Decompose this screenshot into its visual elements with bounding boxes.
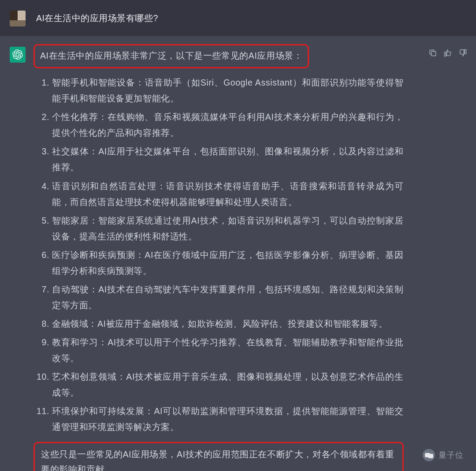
assistant-message-content: AI在生活中的应用场景非常广泛，以下是一些常见的AI应用场景： 智能手机和智能设… [36, 46, 408, 471]
spacer [419, 10, 467, 26]
list-item: 医疗诊断和疾病预测：AI在医疗领域中应用广泛，包括医学影像分析、病理诊断、基因组… [52, 247, 404, 279]
assistant-message-row: AI在生活中的应用场景非常广泛，以下是一些常见的AI应用场景： 智能手机和智能设… [0, 36, 476, 471]
list-item: 艺术和创意领域：AI技术被应用于音乐生成、图像和视频处理，以及创意艺术作品的生成… [52, 369, 404, 400]
thumbs-up-icon[interactable] [443, 49, 452, 57]
list-item: 金融领域：AI被应用于金融领域，如欺诈检测、风险评估、投资建议和智能客服等。 [52, 316, 404, 332]
list-item: 教育和学习：AI技术可以用于个性化学习推荐、在线教育、智能辅助教学和智能作业批改… [52, 334, 404, 366]
assistant-outro-highlight: 这些只是一些常见的AI应用场景，AI技术的应用范围正在不断扩大，对各个领域都有着… [33, 442, 404, 471]
list-item: 语音识别和自然语言处理：语音识别技术使得语音助手、语音搜索和语音转录成为可能，而… [52, 178, 404, 210]
list-item: 智能家居：智能家居系统通过使用AI技术，如语音识别和机器学习，可以自动控制家居设… [52, 213, 404, 244]
list-item: 自动驾驶：AI技术在自动驾驶汽车中发挥重要作用，包括环境感知、路径规划和决策制定… [52, 281, 404, 313]
copy-icon[interactable] [428, 49, 437, 57]
assistant-answer-list: 智能手机和智能设备：语音助手（如Siri、Google Assistant）和面… [36, 75, 404, 435]
list-item: 个性化推荐：在线购物、音乐和视频流媒体平台利用AI技术来分析用户的兴趣和行为，提… [52, 109, 404, 141]
assistant-avatar [10, 47, 26, 63]
watermark: 量子位 [423, 449, 464, 461]
wechat-icon [423, 449, 435, 461]
svg-rect-0 [431, 52, 436, 56]
list-item: 社交媒体：AI应用于社交媒体平台，包括面部识别、图像和视频分析，以及内容过滤和推… [52, 143, 404, 175]
user-message-content: AI在生活中的应用场景有哪些? [36, 10, 408, 26]
thumbs-down-icon[interactable] [458, 49, 467, 57]
openai-logo-icon [12, 49, 23, 60]
list-item: 环境保护和可持续发展：AI可以帮助监测和管理环境数据，提供智能能源管理、智能交通… [52, 403, 404, 435]
user-message-row: AI在生活中的应用场景有哪些? [0, 0, 476, 36]
user-question-text: AI在生活中的应用场景有哪些? [36, 10, 404, 25]
message-actions [419, 46, 467, 471]
user-avatar [10, 11, 26, 26]
assistant-intro-highlight: AI在生活中的应用场景非常广泛，以下是一些常见的AI应用场景： [33, 44, 309, 68]
watermark-text: 量子位 [439, 450, 464, 460]
list-item: 智能手机和智能设备：语音助手（如Siri、Google Assistant）和面… [52, 75, 404, 106]
